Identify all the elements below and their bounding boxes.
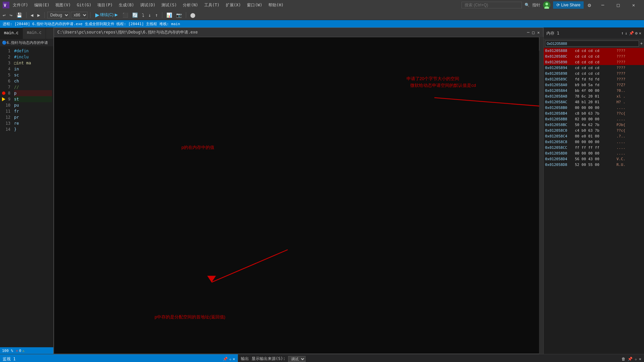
performance-button[interactable]: 📊 (165, 12, 173, 18)
memory-row[interactable]: 0x012058A0 b9 b8 5a fd ??Z? (544, 82, 644, 88)
editor-tab-bar: main.c main.c (0, 27, 53, 39)
memory-nav-down[interactable]: ↓ (625, 31, 627, 36)
memory-row[interactable]: 0x0120589C fd fd fd fd ???? (544, 76, 644, 82)
memory-nav-up[interactable]: ↑ (621, 31, 624, 36)
menu-analyze[interactable]: 分析(N) (180, 1, 201, 9)
stop-button[interactable]: ⬛ (121, 12, 129, 18)
debug-status-bar: 进程: [28440] 6.指针与动态内存的申请.exe 生成全部到期文件 线程… (0, 20, 644, 27)
memory-add-button[interactable]: + (640, 41, 643, 46)
continue-button[interactable]: ▶ 继续(C) ▶ (93, 11, 120, 19)
minimize-button[interactable]: ─ (595, 0, 610, 10)
menu-test[interactable]: 测试(S) (159, 1, 179, 9)
menu-edit[interactable]: 编辑(E) (32, 1, 52, 9)
memory-row[interactable]: 0x01205890 cd cd cd cd ???? (544, 59, 644, 65)
breakpoint-button[interactable]: ⬤ (189, 12, 197, 18)
snapshot-button[interactable]: 📷 (175, 12, 183, 18)
output-close[interactable]: ✕ (639, 357, 641, 361)
restart-button[interactable]: 🔄 (131, 12, 139, 18)
memory-address-input[interactable] (545, 41, 639, 47)
memory-row[interactable]: 0x012058B8 02 00 00 00 .... (544, 116, 644, 122)
mem-addr: 0x012058CC (545, 145, 574, 150)
debug-config-select[interactable]: Debug (47, 12, 69, 18)
memory-row[interactable]: 0x012058B0 00 00 00 00 .... (544, 105, 644, 111)
output-pin[interactable]: 📌 (628, 357, 633, 361)
memory-row[interactable]: 0x012058C0 c4 b0 63 7b ??c{ (544, 128, 644, 133)
tab-main-c-1[interactable]: main.c (0, 27, 23, 39)
breakpoint-indicator (2, 92, 5, 95)
memory-row[interactable]: 0x012058D0 00 00 00 00 .... (544, 150, 644, 156)
code-editor[interactable]: 1 2 3 4 5 6 7 8 9 10 11 12 13 14 (0, 47, 53, 347)
step-over-button[interactable]: ⤵ (141, 12, 146, 18)
mem-bytes: 00 e0 01 00 (575, 134, 615, 138)
memory-row[interactable]: 0x0120588C cd cd cd cd ???? (544, 54, 644, 59)
memory-close[interactable]: ✕ (639, 31, 641, 36)
tab-main-c-2[interactable]: main.c (23, 27, 46, 39)
memory-content[interactable]: 0x01205888 cd cd cd cd ???? 0x0120588C c… (544, 48, 644, 354)
menu-project[interactable]: 项目(P) (95, 1, 115, 9)
undo-button[interactable]: ↩ (1, 12, 7, 18)
memory-row[interactable]: 0x012058D4 56 00 43 00 V.C. (544, 156, 644, 162)
step-out-button[interactable]: ↑ (154, 12, 159, 18)
menu-help[interactable]: 帮助(H) (266, 1, 286, 9)
memory-row[interactable]: 0x012058C8 00 00 00 00 .... (544, 139, 644, 145)
search-input[interactable] (462, 2, 522, 8)
memory-row[interactable]: 0x012058A4 bb 4f 00 00 ?0.. (544, 88, 644, 94)
console-maximize[interactable]: □ (532, 30, 535, 35)
mem-chars: ??c{ (616, 128, 626, 133)
console-window-controls: ─ □ ✕ (527, 30, 540, 35)
output-toolbar: 🗑 📌 ⬦ ✕ (622, 357, 641, 361)
menu-debug[interactable]: 调试(D) (138, 1, 158, 9)
menu-file[interactable]: 文件(F) (10, 1, 31, 9)
menu-tools[interactable]: 工具(T) (202, 1, 222, 9)
mem-addr: 0x012058A0 (545, 83, 574, 87)
memory-toolbar: ↑ ↓ 📌 ⚙ ✕ (621, 31, 641, 36)
memory-pin[interactable]: 📌 (629, 31, 634, 36)
menu-build[interactable]: 生成(B) (116, 1, 137, 9)
platform-select[interactable]: x86 (71, 12, 88, 18)
memory-row[interactable]: 0x01205894 cd cd cd cd ???? (544, 65, 644, 71)
memory-row[interactable]: 0x012058B4 c8 b0 63 7b ??c{ (544, 111, 644, 116)
save-button[interactable]: 💾 (15, 12, 23, 18)
mem-chars: ???? (616, 60, 626, 64)
menu-window[interactable]: 窗口(W) (244, 1, 265, 9)
output-float[interactable]: ⬦ (635, 357, 637, 361)
zoom-value: 100 % (2, 349, 13, 353)
memory-row[interactable]: 0x012058A8 78 6c 20 01 xl . (544, 94, 644, 99)
code-lines: #defin #inclu □int ma in sc ch // p st p… (13, 47, 53, 134)
memory-row[interactable]: 0x01205898 cd cd cd cd ???? (544, 71, 644, 76)
output-source-select[interactable]: 调试 (288, 356, 306, 362)
live-share-button[interactable]: ⟳ Live Share (553, 1, 584, 9)
live-share-label: Live Share (561, 3, 580, 7)
close-button[interactable]: ✕ (626, 0, 641, 10)
redo-button[interactable]: ↪ (8, 12, 13, 18)
menu-view[interactable]: 视图(V) (53, 1, 73, 9)
code-line-10: pu (14, 102, 52, 108)
memory-row[interactable]: 0x012058AC 48 b1 20 01 H? . (544, 99, 644, 105)
console-annotation-4: p中存的是分配空间的首地址(返回值) (155, 314, 225, 320)
watch-float[interactable]: ⬦ (229, 357, 231, 361)
step-into-button[interactable]: ↓ (147, 12, 152, 18)
search-icon: 🔍 (525, 3, 530, 7)
memory-settings[interactable]: ⚙ (635, 31, 638, 36)
mem-chars: .?.. (616, 134, 626, 138)
memory-row[interactable]: 0x01205888 cd cd cd cd ???? (544, 48, 644, 54)
memory-row[interactable]: 0x012058BC 50 4a 62 7b PJb{ (544, 122, 644, 128)
memory-row[interactable]: 0x012058C4 00 e0 01 00 .?.. (544, 133, 644, 139)
output-clear[interactable]: 🗑 (622, 357, 626, 361)
code-line-4: in (14, 66, 52, 72)
menu-git[interactable]: Git(G) (74, 1, 94, 9)
watch-pin[interactable]: 📌 (223, 357, 228, 361)
error-indicator: ✕ 0 ⚠ (16, 349, 24, 353)
memory-row[interactable]: 0x012058CC ff ff ff ff .... (544, 145, 644, 150)
watch-panel: 监视 1 📌 ⬦ ✕ ◀ ▶ 搜索深度: 3 名称 值 类型 (0, 354, 238, 362)
watch-close[interactable]: ✕ (233, 357, 235, 361)
settings-icon[interactable]: ⚙ (586, 2, 592, 8)
maximize-button[interactable]: □ (610, 0, 626, 10)
console-minimize[interactable]: ─ (527, 30, 529, 35)
memory-row[interactable]: 0x012058D8 52 00 55 00 R.U. (544, 162, 644, 168)
forward-button[interactable]: ▶ (36, 12, 41, 18)
back-button[interactable]: ◀ (29, 12, 35, 18)
menu-extend[interactable]: 扩展(X) (223, 1, 244, 9)
console-close[interactable]: ✕ (537, 30, 540, 35)
outer-scrollbar[interactable] (539, 37, 543, 354)
